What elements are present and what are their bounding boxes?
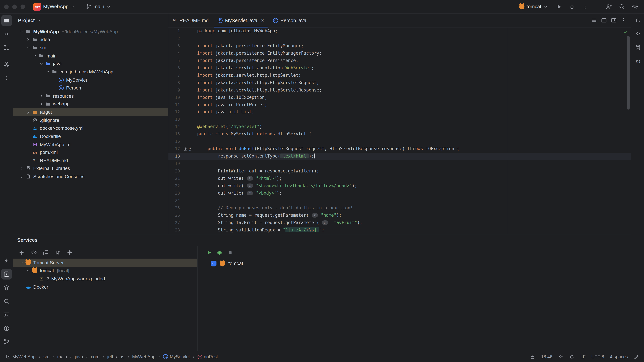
override-method-icon[interactable] — [183, 147, 188, 151]
editor-tab-MyServlet.java[interactable]: CMyServlet.java× — [213, 13, 268, 27]
services-tree-item-Tomcat Server[interactable]: Tomcat Server — [13, 259, 197, 267]
code-line-28[interactable]: 28 String validationRegex = "^[a-zA-Z\\s… — [168, 226, 631, 234]
chevron-down-icon[interactable] — [38, 61, 44, 66]
toolwindow-find-button[interactable] — [1, 296, 12, 307]
toolwindow-services-button[interactable] — [1, 269, 12, 280]
services-panel-header[interactable]: Services — [13, 234, 631, 246]
readonly-lock-icon[interactable] — [530, 354, 535, 359]
project-tree-item-MyServlet[interactable]: CMyServlet — [13, 76, 168, 84]
notifications-button[interactable] — [632, 15, 643, 26]
code-line-17[interactable]: 17@ public void doPost(HttpServletReques… — [168, 145, 631, 153]
add-service-icon[interactable] — [18, 249, 25, 256]
services-tree-item-Docker[interactable]: Docker — [13, 283, 197, 291]
debug-button[interactable] — [567, 2, 577, 11]
editor-more-options-icon[interactable] — [620, 17, 627, 23]
zoom-window-button[interactable] — [20, 4, 25, 9]
edit-mode-pencil-icon[interactable] — [634, 354, 639, 359]
chevron-right-icon[interactable] — [18, 174, 25, 179]
breadcrumb-com[interactable]: com — [90, 354, 100, 359]
line-number[interactable]: 24 — [168, 197, 180, 204]
close-tab-icon[interactable]: × — [261, 17, 264, 23]
line-number[interactable]: 7 — [168, 72, 180, 79]
more-toolwindows-button[interactable] — [1, 72, 12, 83]
project-tree-item-src[interactable]: src — [13, 43, 168, 52]
code-line-11[interactable]: 11import java.io.PrintWriter; — [168, 101, 631, 109]
stop-service-icon[interactable] — [227, 249, 233, 256]
project-tree-item-Scratches and Consoles[interactable]: Scratches and Consoles — [13, 172, 168, 180]
line-number[interactable]: 5 — [168, 57, 180, 64]
line-number[interactable]: 8 — [168, 79, 180, 86]
project-tree-item-README.md[interactable]: M↓README.md — [13, 156, 168, 164]
line-number[interactable]: 14 — [168, 123, 180, 131]
project-tree-item-pom.xml[interactable]: mpom.xml — [13, 148, 168, 156]
sync-services-icon[interactable] — [55, 249, 61, 256]
chevron-right-icon[interactable] — [25, 110, 31, 114]
project-tree-item-Dockerfile[interactable]: Dockerfile — [13, 132, 168, 140]
ai-assistant-button[interactable] — [632, 29, 643, 39]
chevron-down-icon[interactable] — [25, 45, 31, 50]
line-number[interactable]: 6 — [168, 64, 180, 72]
code-line-16[interactable]: 16 — [168, 138, 631, 145]
code-line-22[interactable]: 22 out.write( s: "<head><title>Thanks!</… — [168, 182, 631, 190]
code-line-20[interactable]: 20 PrintWriter out = response.getWriter(… — [168, 167, 631, 175]
line-number[interactable]: 9 — [168, 86, 180, 94]
open-in-new-tab-icon[interactable] — [43, 249, 49, 256]
code-line-2[interactable]: 2 — [168, 35, 631, 42]
show-options-eye-icon[interactable] — [30, 249, 37, 256]
run-service-icon[interactable] — [206, 249, 212, 256]
code-line-26[interactable]: 26 String name = request.getParameter( s… — [168, 212, 631, 219]
toolwindow-problems-button[interactable] — [1, 323, 12, 334]
caret-position[interactable]: 18:46 — [541, 354, 552, 359]
breadcrumb-MyWebApp[interactable]: MyWebApp — [131, 354, 156, 359]
more-actions-button[interactable] — [580, 2, 590, 11]
ai-status-icon[interactable] — [558, 354, 564, 359]
code-line-27[interactable]: 27 String favFruit = request.getParamete… — [168, 219, 631, 226]
service-run-row[interactable]: tomcat — [198, 259, 631, 267]
code-line-10[interactable]: 10import java.io.IOException; — [168, 94, 631, 101]
line-number[interactable]: 26 — [168, 212, 180, 219]
breadcrumb-MyServlet[interactable]: CMyServlet — [162, 354, 191, 359]
run-config-widget[interactable]: tomcat — [517, 2, 550, 11]
chevron-down-icon[interactable] — [31, 53, 38, 58]
line-number[interactable]: 21 — [168, 175, 180, 182]
breadcrumb-doPost[interactable]: mdoPost — [197, 354, 219, 359]
project-panel-header[interactable]: Project — [13, 13, 168, 27]
code-line-4[interactable]: 4import jakarta.persistence.EntityManage… — [168, 50, 631, 57]
line-number[interactable]: 13 — [168, 116, 180, 123]
line-number[interactable]: 16 — [168, 138, 180, 145]
project-tree-item-.gitignore[interactable]: .gitignore — [13, 116, 168, 124]
editor-tab-Person.java[interactable]: CPerson.java — [268, 13, 311, 27]
float-editor-icon[interactable] — [611, 17, 617, 23]
debug-service-icon[interactable] — [216, 249, 223, 256]
chevron-right-icon[interactable] — [38, 94, 44, 98]
code-line-12[interactable]: 12import java.util.List; — [168, 109, 631, 116]
line-number[interactable]: 3 — [168, 42, 180, 50]
toolwindow-profiler-button[interactable] — [1, 255, 12, 266]
code-line-23[interactable]: 23 out.write( s: "<body>"); — [168, 190, 631, 197]
chevron-right-icon[interactable] — [18, 166, 25, 171]
minimize-window-button[interactable] — [12, 4, 17, 9]
line-number[interactable]: 19 — [168, 160, 180, 167]
code-line-21[interactable]: 21 out.write( s: "<html>"); — [168, 175, 631, 182]
settings-button[interactable] — [630, 2, 640, 11]
project-tree-item-resources[interactable]: resources — [13, 92, 168, 100]
indent-widget[interactable]: 4 spaces — [610, 354, 628, 359]
line-number[interactable]: 20 — [168, 167, 180, 175]
project-tree-item-target[interactable]: target — [13, 108, 168, 116]
project-tree-item-MyWebApp[interactable]: MyWebApp~/IdeaProjects/MyWebApp — [13, 27, 168, 35]
code-line-18[interactable]: 18 response.setContentType("text/html"); — [168, 153, 631, 160]
project-tree-item-webapp[interactable]: webapp — [13, 100, 168, 108]
code-line-8[interactable]: 8import jakarta.servlet.http.HttpServlet… — [168, 79, 631, 86]
toolwindow-maven-button[interactable]: m — [632, 56, 643, 66]
line-number[interactable]: 27 — [168, 219, 180, 226]
breadcrumb-java[interactable]: java — [74, 354, 84, 359]
line-number[interactable]: 1 — [168, 27, 180, 35]
breadcrumb-main[interactable]: main — [56, 354, 68, 359]
search-everywhere-button[interactable] — [617, 2, 627, 11]
close-window-button[interactable] — [4, 4, 8, 9]
project-tree-item-com.jetbrains.MyWebApp[interactable]: com.jetbrains.MyWebApp — [13, 68, 168, 76]
code-with-me-button[interactable] — [604, 2, 614, 11]
project-tree-item-main[interactable]: main — [13, 52, 168, 60]
chevron-down-icon[interactable] — [25, 268, 31, 273]
branch-widget[interactable]: main — [83, 2, 113, 11]
